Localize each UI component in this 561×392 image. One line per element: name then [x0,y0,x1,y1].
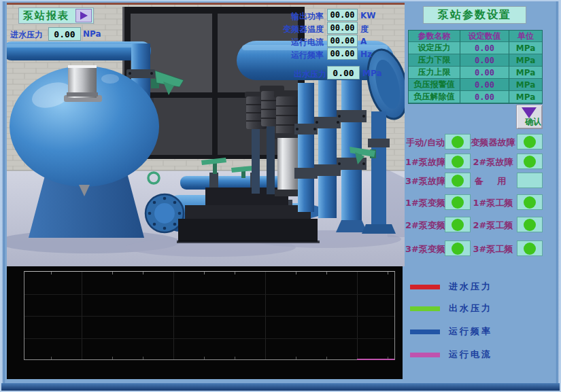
param-unit: MPa [509,67,542,79]
lamp-pump2-vfd [445,217,471,232]
table-row: 设定压力 0.00 MPa [409,42,542,54]
lamp-circle [452,196,464,209]
lamp-pump2-mains [517,217,543,232]
lamp-circle [524,156,536,168]
col-header-unit: 单位 [509,31,542,42]
inlet-pressure-label: 进水压力 [10,29,43,41]
outlet-pressure-label: 出水压力 [294,69,326,80]
chart-bottom-ticks [51,357,394,359]
lamp-pump1-fault [445,154,471,169]
legend-swatch-outlet [410,306,440,311]
run-current-trace [357,359,394,360]
lamp-inverter-fault [517,134,543,149]
lamp-circle [524,219,536,231]
param-unit: MPa [509,42,542,54]
status-label-pump3-vfd: 3#泵变频 [405,243,445,255]
lamp-circle [452,219,464,231]
outlet-pressure-value: 0.00 [327,66,360,79]
ceiling-trim [7,3,405,5]
report-button-label: 泵站报表 [23,10,69,22]
lamp-circle [524,243,536,255]
table-row: 负压解除值 0.00 MPa [409,91,542,103]
lamp-circle [452,136,464,148]
status-label-pump1-fault: 1#泵故障 [405,156,445,168]
lamp-spare [517,173,543,188]
status-label-pump1-mains: 1#泵工频 [471,197,515,209]
status-label-pump2-vfd: 2#泵变频 [405,219,445,232]
lamp-circle [524,196,536,209]
status-label-manual-auto: 手动/自动 [405,137,445,149]
lamp-manual-auto [445,134,471,149]
param-name: 设定压力 [409,42,460,54]
outlet-pressure-unit: MPa [362,69,382,78]
discharge-pipe-2 [318,79,337,218]
lamp-pump1-vfd [445,194,471,210]
chart-gridline [24,294,394,295]
trend-chart [7,266,403,379]
run-frequency-label: 运行频率 [275,50,324,61]
status-label-inverter-fault: 变频器故障 [471,137,515,149]
table-row: 负压报警值 0.00 MPa [409,79,542,91]
legend-label-outlet: 出水压力 [449,302,492,315]
pipe-foot [336,220,367,232]
param-name: 负压解除值 [409,91,460,103]
param-value[interactable]: 0.00 [460,67,509,79]
status-label-pump1-vfd: 1#泵变频 [405,197,445,209]
status-label-pump3-mains: 3#泵工频 [471,243,515,255]
confirm-button-label: 确认 [525,116,541,128]
inverter-temp-unit: 度 [360,24,369,35]
inlet-pressure-unit: NPa [83,29,101,39]
chart-gridline [24,338,394,339]
param-value[interactable]: 0.00 [460,42,509,54]
play-triangle-icon [80,12,88,20]
run-frequency-value: 00.00 [327,48,358,60]
run-frequency-unit: Hz [360,50,372,59]
air-vent-cylinder [64,65,102,102]
legend-label-inlet: 进水压力 [449,281,492,293]
param-value[interactable]: 0.00 [460,54,509,67]
param-unit: MPa [509,54,542,67]
lamp-pump1-mains [517,194,543,210]
legend-swatch-inlet [410,285,440,289]
lamp-circle [452,156,464,168]
run-current-value: 00.00 [327,35,358,47]
lamp-circle [452,175,464,187]
lamp-pump3-mains [517,240,543,256]
legend-swatch-frequency [410,329,440,334]
output-power-unit: KW [360,11,376,20]
lamp-circle [524,136,536,148]
legend-label-current: 运行电流 [449,349,492,361]
status-label-spare: 备 用 [471,175,515,188]
param-name: 压力上限 [409,67,460,79]
table-row: 压力上限 0.00 MPa [409,67,542,79]
status-label-pump3-fault: 3#泵故障 [405,175,445,188]
chart-top-ticks [51,272,394,274]
lamp-pump3-vfd [445,240,471,256]
confirm-button[interactable]: 确认 [516,105,543,129]
pump-column-2 [267,126,275,194]
param-value[interactable]: 0.00 [460,79,509,91]
chart-gridline [24,316,394,317]
param-value[interactable]: 0.00 [460,91,509,103]
output-power-label: 输出功率 [275,11,324,22]
table-row: 压力下限 0.00 MPa [409,54,542,67]
parameter-table-header: 参数名称 设定数值 单位 [409,31,542,42]
report-button[interactable]: 泵站报表 [18,7,94,24]
parameter-table: 参数名称 设定数值 单位 设定压力 0.00 MPa 压力下限 0.00 MPa… [408,30,543,104]
frame-edge-left [1,1,5,391]
col-header-value: 设定数值 [460,31,509,42]
legend-swatch-current [410,353,440,357]
report-open-button[interactable] [75,9,92,22]
discharge-pipe-1 [298,83,314,212]
run-current-unit: A [360,37,367,46]
lamp-pump2-fault [517,154,543,169]
inlet-pressure-value: 0.00 [48,27,81,41]
inverter-temp-label: 变频器温度 [275,24,324,35]
legend-label-frequency: 运行频率 [449,325,492,338]
param-name: 压力下限 [409,54,460,67]
lamp-circle [452,243,464,255]
inverter-temp-value: 00.00 [327,22,358,34]
run-current-label: 运行电流 [275,37,324,48]
lamp-pump3-fault [445,173,471,188]
pump-column-1 [252,129,260,194]
